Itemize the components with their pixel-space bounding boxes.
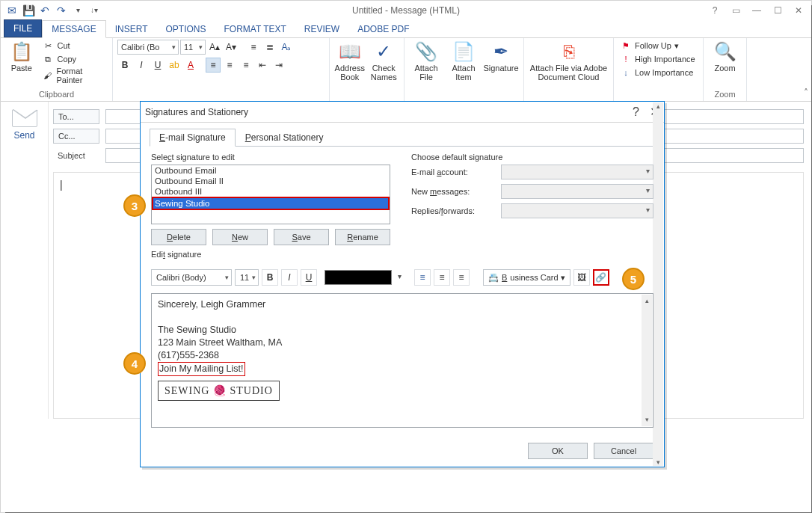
callout-4: 4 <box>123 352 146 375</box>
cc-button[interactable]: Cc... <box>53 129 99 144</box>
address-book-icon: 📖 <box>338 40 362 64</box>
attach-item-button[interactable]: 📄Attach Item <box>446 40 481 82</box>
bang-icon: ! <box>620 53 632 65</box>
editor-scrollbar[interactable]: ▴▾ <box>642 295 652 426</box>
outdent-icon[interactable]: ⇤ <box>255 58 270 73</box>
group-zoom-label: Zoom <box>708 89 742 99</box>
low-importance-button[interactable]: ↓Low Importance <box>620 67 695 79</box>
shrink-font-icon[interactable]: A▾ <box>224 40 239 55</box>
maximize-icon[interactable]: ☐ <box>769 2 786 19</box>
copy-button[interactable]: ⧉Copy <box>42 53 108 65</box>
underline-icon[interactable]: U <box>150 58 165 73</box>
high-importance-button[interactable]: !High Importance <box>620 53 695 65</box>
sig-line <box>158 311 647 324</box>
defaults-label: Choose default signature <box>411 153 653 162</box>
undo-icon[interactable]: ↶ <box>38 4 52 17</box>
font-name-select[interactable]: Calibri (Bo <box>117 40 179 55</box>
tab-message[interactable]: MESSAGE <box>42 20 105 38</box>
list-item[interactable]: Outbound Email <box>152 165 390 176</box>
qat-dropdown-icon[interactable]: ▾ <box>71 4 84 17</box>
list-item[interactable]: Outbound Email II <box>152 176 390 186</box>
tab-review[interactable]: REVIEW <box>295 21 348 37</box>
tab-adobe-pdf[interactable]: ADOBE PDF <box>348 21 418 37</box>
align-left-icon[interactable]: ≡ <box>206 58 221 73</box>
grow-font-icon[interactable]: A▴ <box>207 40 222 55</box>
to-button[interactable]: To... <box>53 109 99 124</box>
adobe-attach-button[interactable]: ⎘Attach File via Adobe Document Cloud <box>529 40 609 82</box>
edit-font-select[interactable]: Calibri (Body) <box>151 269 232 286</box>
format-painter-button[interactable]: 🖌Format Painter <box>42 67 108 85</box>
tab-email-signature[interactable]: E-mail Signature <box>150 129 236 147</box>
business-card-button[interactable]: 📇 Business Card ▾ <box>483 269 570 286</box>
edit-align-center-icon[interactable]: ≡ <box>434 269 450 286</box>
highlight-icon[interactable]: ab <box>167 58 182 73</box>
rename-button[interactable]: Rename <box>335 229 390 245</box>
align-right-icon[interactable]: ≡ <box>239 58 253 73</box>
edit-bold-icon[interactable]: B <box>262 269 278 286</box>
edit-align-right-icon[interactable]: ≡ <box>453 269 470 286</box>
tab-insert[interactable]: INSERT <box>106 21 157 37</box>
new-messages-label: New messages: <box>411 187 493 196</box>
insert-hyperlink-icon[interactable]: 🔗 <box>593 269 609 286</box>
qat-down-icon[interactable]: ↓▾ <box>87 4 101 17</box>
email-account-label: E-mail account: <box>411 168 493 176</box>
tab-format-text[interactable]: FORMAT TEXT <box>215 21 295 37</box>
font-color-icon[interactable]: A <box>183 58 198 73</box>
collapse-ribbon-icon[interactable]: ˄ <box>804 87 808 98</box>
sig-mailing-list[interactable]: Join My Mailing List! <box>158 362 245 376</box>
dialog-help-icon[interactable]: ? <box>633 105 639 119</box>
indent-icon[interactable]: ⇥ <box>271 58 286 73</box>
edit-align-left-icon[interactable]: ≡ <box>414 269 431 286</box>
save-button[interactable]: Save <box>274 229 329 245</box>
list-item[interactable]: Outbound III <box>152 186 390 197</box>
bold-icon[interactable]: B <box>117 58 132 73</box>
help-icon[interactable]: ? <box>707 2 723 19</box>
numbering-icon[interactable]: ≣ <box>262 40 277 55</box>
redo-icon[interactable]: ↷ <box>55 4 68 17</box>
font-size-select[interactable]: 11 <box>180 40 206 55</box>
font-color-swatch[interactable] <box>325 270 392 285</box>
minimize-icon[interactable]: — <box>748 2 765 19</box>
insert-picture-icon[interactable]: 🖼 <box>573 269 590 286</box>
ok-button[interactable]: OK <box>528 443 588 459</box>
email-account-select[interactable] <box>501 165 653 179</box>
italic-icon[interactable]: I <box>134 58 149 73</box>
attach-file-button[interactable]: 📎Attach File <box>409 40 443 82</box>
flag-icon: ⚑ <box>620 40 632 52</box>
align-center-icon[interactable]: ≡ <box>222 58 237 73</box>
send-button[interactable]: Send <box>6 109 43 141</box>
styles-icon[interactable]: Aₐ <box>279 40 294 55</box>
check-names-icon: ✓ <box>372 40 396 64</box>
bullets-icon[interactable]: ≡ <box>246 40 261 55</box>
check-names-button[interactable]: ✓Check Names <box>369 40 400 82</box>
edit-italic-icon[interactable]: I <box>281 269 298 286</box>
close-icon[interactable]: ✕ <box>790 2 807 19</box>
cancel-button[interactable]: Cancel <box>594 443 653 459</box>
cut-button[interactable]: ✂Cut <box>42 40 108 52</box>
save-icon[interactable]: 💾 <box>22 4 35 17</box>
new-messages-select[interactable] <box>501 184 653 199</box>
address-book-button[interactable]: 📖Address Book <box>334 40 366 82</box>
zoom-button[interactable]: 🔍Zoom <box>708 40 742 73</box>
signature-listbox[interactable]: Outbound Email Outbound Email II Outboun… <box>151 165 390 224</box>
edit-size-select[interactable]: 11 <box>235 269 259 286</box>
send-icon <box>12 109 37 127</box>
tab-file[interactable]: FILE <box>4 19 42 37</box>
signature-editor[interactable]: Sincerely, Leigh Grammer The Sewing Stud… <box>151 293 653 428</box>
paste-button[interactable]: 📋 Paste <box>5 40 37 73</box>
signatures-dialog: Signatures and Stationery ? ✕ E-mail Sig… <box>140 101 665 467</box>
edit-underline-icon[interactable]: U <box>301 269 317 286</box>
tab-personal-stationery[interactable]: Personal Stationery <box>236 129 333 146</box>
ribbon-options-icon[interactable]: ▭ <box>728 2 744 19</box>
down-arrow-icon: ↓ <box>620 67 632 79</box>
qat-menu-icon[interactable]: ✉ <box>5 4 19 17</box>
tab-options[interactable]: OPTIONS <box>157 21 215 37</box>
new-button[interactable]: New <box>212 229 268 245</box>
list-item-selected[interactable]: Sewing Studio <box>152 197 390 210</box>
group-clipboard-label: Clipboard <box>5 89 108 99</box>
signature-button[interactable]: ✒Signature <box>484 40 518 73</box>
select-signature-label: Select signature to edit <box>151 153 390 162</box>
replies-select[interactable] <box>501 203 653 218</box>
follow-up-button[interactable]: ⚑Follow Up ▾ <box>620 40 695 52</box>
delete-button[interactable]: Delete <box>151 229 206 245</box>
